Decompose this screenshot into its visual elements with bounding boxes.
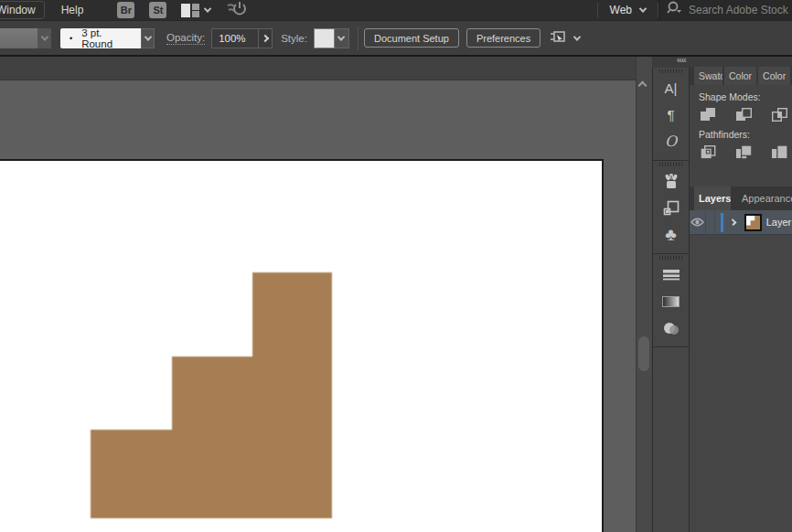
gradient-panel-icon[interactable] [653,288,689,314]
character-panel-icon[interactable]: A| [653,75,689,101]
pathfinder-panel-icon[interactable] [653,195,689,221]
preferences-button[interactable]: Preferences [466,28,540,48]
brush-definition-dropdown[interactable]: • 3 pt. Round [60,28,155,48]
opacity-link[interactable]: Opacity: [166,32,205,45]
opacity-stepper[interactable] [258,28,273,48]
drag-grip[interactable] [653,254,689,261]
search-placeholder: Search Adobe Stock [689,4,788,16]
collapse-panels-icon[interactable]: «« [677,54,686,65]
chevron-down-icon [37,28,51,48]
drag-grip[interactable] [653,161,689,168]
layer-selection-indicator [721,213,722,232]
stroke-panel-icon[interactable] [653,261,689,288]
layer-row[interactable]: Layer 1 [690,210,792,235]
workspace-layout-icon [181,4,199,17]
chevron-down-icon [204,5,211,12]
panel-icon-strip: A| ¶ O [653,68,690,532]
tab-swatches[interactable]: Swatches [694,67,722,85]
staircase-shape[interactable] [0,57,636,532]
tab-color-guide[interactable]: Color [758,67,790,85]
search-icon [667,1,683,19]
tab-appearance[interactable]: Appearance [737,186,792,210]
main-area: «« A| ¶ O [0,57,792,532]
bridge-icon[interactable]: Br [117,2,134,18]
menubar: Window Help Br St Web [0,0,792,20]
trim-icon[interactable] [736,145,752,159]
layers-panel-group: Layers Appearance Layer 1 [690,186,792,532]
menu-window[interactable]: Window [0,1,45,19]
stock-icon[interactable]: St [149,2,166,18]
visibility-toggle[interactable] [690,210,706,234]
brush-definition-value: 3 pt. Round [81,27,130,49]
chevron-down-icon [573,33,581,40]
workspace-layout-dropdown[interactable] [181,4,210,17]
layer-expand-chevron[interactable] [729,218,736,226]
workspace-select-label: Web [610,4,632,16]
menu-help[interactable]: Help [53,2,92,18]
brush-dot-icon: • [70,34,72,43]
search-input[interactable]: Search Adobe Stock [658,0,792,20]
eye-icon [690,218,704,227]
workspace-select[interactable]: Web [598,4,658,16]
scroll-up-arrow[interactable] [639,82,646,89]
unite-icon[interactable] [701,108,716,122]
canvas[interactable] [0,57,636,532]
style-label: Style: [281,33,307,44]
pathfinder-panel-group: Swatches Color Color Shape Modes: [690,67,792,186]
divide-icon[interactable] [701,145,716,159]
pathfinder-panel-body: Shape Modes: [690,85,792,159]
swatch-preview [0,28,37,48]
pathfinders-label: Pathfinders: [699,129,792,140]
opentype-panel-icon[interactable]: O [653,128,689,154]
scrollbar-thumb[interactable] [638,336,649,371]
drag-grip[interactable] [653,68,689,75]
divider [358,27,359,50]
control-bar: • 3 pt. Round Opacity: 100% Style: Docum… [0,20,792,57]
brushes-panel-icon[interactable] [653,168,689,195]
merge-icon[interactable] [772,145,787,159]
artboard-options-dropdown[interactable] [550,28,580,48]
tab-color[interactable]: Color [724,67,756,85]
transparency-panel-icon[interactable] [653,314,689,341]
layer-name[interactable]: Layer 1 [766,217,792,228]
minus-front-icon[interactable] [736,108,752,122]
tab-layers[interactable]: Layers [694,186,731,210]
shape-modes-label: Shape Modes: [699,91,792,102]
power-sync-icon[interactable] [227,0,247,20]
artboard-options-icon [550,28,568,48]
panel-tab-bar: Layers Appearance [690,186,792,210]
chevron-down-icon [141,28,155,48]
style-swatch-preview[interactable] [314,28,335,48]
chevron-down-icon [639,5,647,12]
panel-tab-bar: Swatches Color Color [690,67,792,85]
lock-toggle[interactable] [706,210,715,234]
opacity-input[interactable]: 100% [211,28,258,48]
layer-thumbnail[interactable] [744,214,762,231]
stroke-color-dropdown[interactable] [0,28,51,48]
intersect-icon[interactable] [772,108,787,122]
symbols-panel-icon[interactable]: ♣ [653,221,689,248]
vertical-scrollbar[interactable] [636,57,652,532]
document-setup-button[interactable]: Document Setup [364,28,459,48]
paragraph-panel-icon[interactable]: ¶ [653,101,689,128]
style-dropdown[interactable] [335,28,349,48]
